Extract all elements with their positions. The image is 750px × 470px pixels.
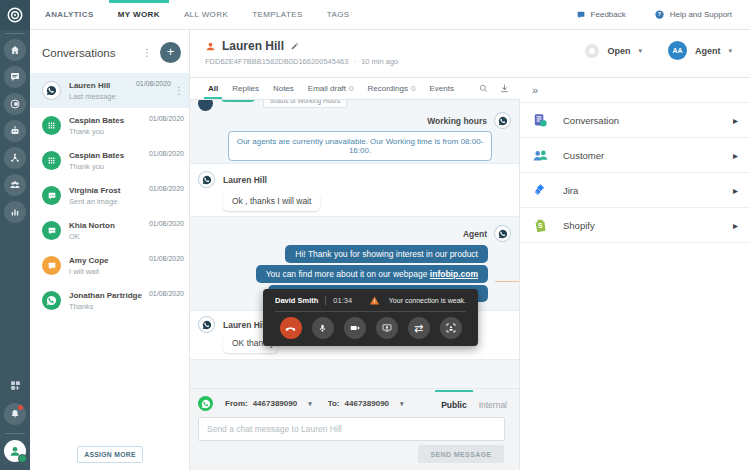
from-number-dropdown[interactable]: From: 4467389090 ▾ [225, 399, 312, 408]
conversation-name: Lauren Hill [69, 81, 116, 90]
tab-replies[interactable]: Replies [232, 78, 259, 99]
context-panel: » Conversation ▸ Customer ▸ Jira ▸ S Sho… [520, 78, 750, 470]
customer-name-label: Lauren Hill [223, 320, 267, 330]
video-camera-button[interactable] [344, 317, 366, 339]
new-conversation-button[interactable]: + [160, 42, 181, 63]
feedback-link[interactable]: Feedback [576, 10, 626, 20]
nav-tab-analytics[interactable]: ANALYTICS [45, 0, 94, 29]
sidebar-item-people[interactable] [4, 174, 26, 196]
conversation-date: 01/08/2020 [149, 143, 184, 157]
conversation-id: FDD62E4F7BBB1582DB0D166200545463 [205, 57, 348, 66]
thread-section-customer: Lauren Hill Ok , thanks I will wait [190, 163, 520, 217]
sidebar-item-integrations[interactable] [4, 147, 26, 169]
divider [5, 33, 25, 34]
auto-reply-notice: Our agents are currently unavailable. Ou… [228, 131, 492, 161]
tab-events[interactable]: Events [429, 78, 453, 99]
panel-item-customer[interactable]: Customer ▸ [520, 138, 750, 173]
connection-warning-text: Your connection is weak. [389, 297, 466, 304]
tab-recordings[interactable]: Recordings0 [368, 78, 416, 99]
conversation-name: Virginia Frost [69, 186, 120, 195]
chat-thread[interactable]: Status of Working Hours Working hours Ou… [190, 100, 520, 388]
conversation-doc-icon [532, 112, 549, 129]
nav-tab-tags[interactable]: TAGS [327, 0, 350, 29]
user-avatar[interactable] [4, 440, 26, 462]
sidebar-item-chatbot[interactable] [4, 120, 26, 142]
keypad-channel-icon [42, 116, 61, 135]
conversation-list-item[interactable]: Amy Cope I will wait 01/08/2020 [30, 248, 189, 283]
sidebar-item-home[interactable] [4, 39, 26, 61]
panel-item-conversation[interactable]: Conversation ▸ [520, 103, 750, 138]
svg-text:S: S [538, 222, 543, 229]
status-value: Open [607, 46, 630, 56]
tab-internal[interactable]: Internal [479, 398, 507, 410]
conversation-preview: Thank you [69, 162, 124, 171]
transfer-call-button[interactable]: ⇄ [408, 317, 430, 339]
assignee-dropdown[interactable]: ▾ [728, 47, 732, 55]
customer-people-icon [532, 147, 549, 164]
conversation-list-item[interactable]: Caspian Bates Thank you 01/08/2020 [30, 143, 189, 178]
dot-separator: · [354, 57, 357, 66]
picture-in-picture-button[interactable] [440, 317, 462, 339]
chevron-right-icon: ▸ [733, 115, 738, 126]
whatsapp-channel-icon [198, 396, 213, 411]
status-dropdown[interactable]: ▾ [638, 47, 642, 55]
conversation-list-item[interactable]: Caspian Bates Thank you 01/08/2020 [30, 108, 189, 143]
chat-message-input[interactable] [198, 417, 505, 441]
conversation-name: Caspian Bates [69, 116, 124, 125]
sidebar-item-conversations[interactable] [4, 66, 26, 88]
status-of-working-hours-chip: Status of Working Hours [263, 100, 347, 108]
conversation-list-item[interactable]: Lauren Hill Last message 01/08/2020 ⋮ [30, 73, 189, 108]
assignee-avatar: AA [668, 41, 687, 60]
sidebar-item-moments[interactable] [4, 93, 26, 115]
tab-public[interactable]: Public [441, 398, 467, 410]
warning-icon [369, 295, 380, 306]
microphone-button[interactable] [312, 317, 334, 339]
keypad-channel-icon [42, 151, 61, 170]
nav-tab-templates[interactable]: TEMPLATES [252, 0, 303, 29]
unread-divider [495, 281, 520, 282]
chat-header: Lauren Hill FDD62E4F7BBB1582DB0D16620054… [190, 30, 750, 78]
conversations-menu-icon[interactable]: ⋮ [142, 48, 152, 58]
call-duration: 01:34 [333, 296, 352, 305]
apps-grid-icon[interactable] [4, 374, 26, 396]
help-label: Help and Support [670, 10, 732, 19]
edit-pencil-icon[interactable] [290, 41, 300, 51]
from-number: 4467389090 [253, 399, 298, 408]
customer-message-bubble: Ok , thanks I will wait [223, 191, 320, 211]
to-number-dropdown[interactable]: To: 4467389090 ▾ [328, 399, 404, 408]
conversation-list-item[interactable]: Jonathan Partridge Thanks 01/08/2020 [30, 283, 189, 318]
help-and-support-link[interactable]: ? Help and Support [654, 9, 732, 20]
conversations-panel: Conversations ⋮ + Lauren Hill Last messa… [30, 30, 190, 470]
screen-share-button[interactable] [376, 317, 398, 339]
help-icon: ? [654, 9, 665, 20]
conversation-date: 01/08/2020 [149, 283, 184, 297]
shopify-icon: S [532, 217, 549, 234]
panel-item-shopify[interactable]: S Shopify ▸ [520, 208, 750, 243]
assign-more-button[interactable]: ASSIGN MORE [77, 446, 143, 463]
conversation-list-item[interactable]: Virginia Frost Sent an image 01/08/2020 [30, 178, 189, 213]
tab-notes[interactable]: Notes [273, 78, 294, 99]
status-circle-icon [585, 44, 599, 58]
conversation-name: Jonathan Partridge [69, 291, 142, 300]
tab-email-draft[interactable]: Email draft0 [308, 78, 354, 99]
send-message-button[interactable]: SEND MESSAGE [418, 445, 504, 463]
panel-item-jira[interactable]: Jira ▸ [520, 173, 750, 208]
whatsapp-channel-icon [198, 171, 215, 188]
collapse-panel-icon[interactable]: » [520, 78, 750, 103]
sidebar-item-analytics[interactable] [4, 201, 26, 223]
download-icon[interactable] [499, 83, 510, 94]
nav-tab-my-work[interactable]: MY WORK [118, 0, 160, 29]
tab-all[interactable]: All [208, 78, 218, 99]
notifications-bell-icon[interactable] [4, 403, 26, 425]
customer-name-label: Lauren Hill [223, 175, 267, 185]
nav-tab-all-work[interactable]: ALL WORK [184, 0, 228, 29]
whatsapp-channel-icon [198, 316, 215, 333]
conversation-list-item[interactable]: Khia Norton OK 01/08/2020 [30, 213, 189, 248]
conversation-date: 01/08/2020 [149, 108, 184, 122]
infobip-logo-icon[interactable] [0, 0, 30, 30]
search-icon[interactable] [478, 83, 489, 94]
infobip-link[interactable]: infobip.com [430, 269, 478, 279]
top-navigation: ANALYTICS MY WORK ALL WORK TEMPLATES TAG… [30, 0, 750, 30]
hang-up-button[interactable] [280, 317, 302, 339]
conversation-item-menu-icon[interactable]: ⋮ [174, 86, 184, 96]
